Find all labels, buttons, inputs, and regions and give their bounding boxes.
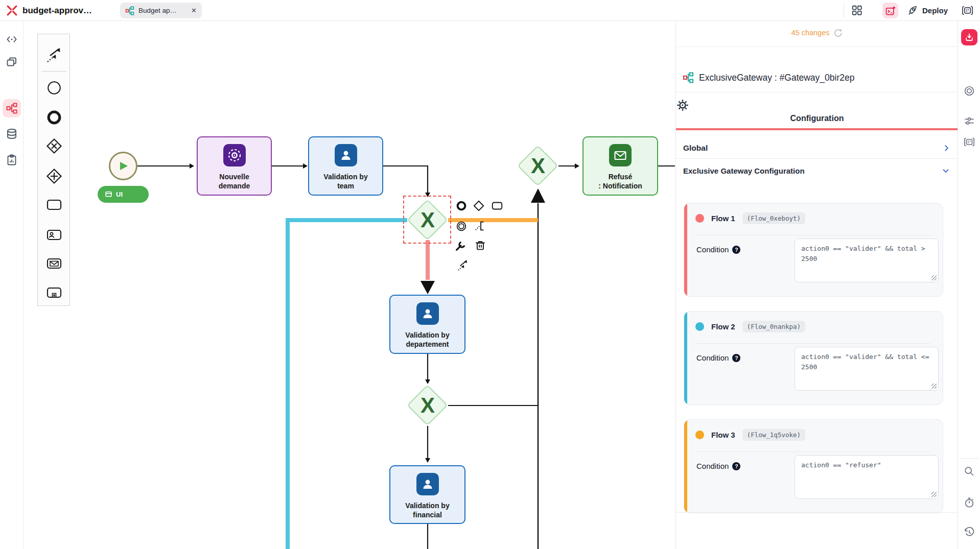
resize-grip[interactable] (931, 275, 937, 280)
help-icon[interactable]: ? (732, 354, 740, 362)
resize-grip[interactable] (931, 384, 937, 389)
reports-clipboard-button[interactable] (3, 151, 21, 169)
task-validation-team[interactable]: Validation byteam (308, 136, 383, 196)
history-icon[interactable] (964, 527, 975, 538)
palette-exclusive-gateway[interactable] (45, 137, 63, 155)
arrowhead-big-down (421, 281, 435, 294)
service-gear-icon (223, 144, 246, 166)
section-gateway-configuration[interactable]: Exclusive Gateway Configuration (676, 159, 958, 182)
tab-close-icon[interactable]: ✕ (191, 7, 197, 14)
task-label: Refusé: Notification (584, 172, 657, 190)
condition-label: Condition ? (696, 353, 740, 362)
append-gateway-icon[interactable] (471, 198, 486, 213)
top-bar: budget-approv… Budget ap… ✕ Deploy (0, 0, 980, 21)
palette-subprocess[interactable] (45, 283, 63, 302)
flow-2-condition-input[interactable]: action0 == "valider" && total <= 2500 (795, 347, 939, 391)
download-icon (964, 32, 974, 42)
help-icon[interactable]: ? (732, 246, 740, 254)
flow-3-condition-input[interactable]: action0 == "refuser" (795, 455, 939, 499)
search-icon[interactable] (964, 466, 975, 477)
task-nouvelle-demande[interactable]: Nouvelledemande (197, 136, 272, 196)
refresh-icon[interactable] (833, 28, 843, 37)
mail-icon (609, 144, 632, 166)
append-task-icon[interactable] (489, 198, 505, 213)
card-divider (696, 343, 930, 344)
task-label: Validation bydepartement (390, 330, 464, 349)
task-refuse-notification[interactable]: Refusé: Notification (582, 136, 658, 196)
play-icon (117, 160, 129, 172)
selection-rectangle (403, 196, 451, 244)
wrench-icon[interactable] (453, 238, 469, 253)
palette-task[interactable] (45, 196, 63, 214)
flow-2-accent (684, 312, 687, 404)
bpmn-palette (37, 34, 70, 306)
task-label: Validation byfinancial (390, 501, 464, 519)
database-button[interactable] (3, 125, 21, 143)
palette-connect-tool[interactable] (45, 45, 63, 64)
gateway-2-marker: X (407, 385, 448, 426)
resize-grip[interactable] (931, 492, 937, 497)
rail-divider (960, 458, 978, 459)
console-brackets-icon[interactable] (962, 5, 973, 16)
palette-parallel-gateway[interactable] (45, 167, 63, 185)
condition-label: Condition ? (696, 245, 740, 254)
topbar-divider (844, 4, 844, 17)
palette-user-task[interactable] (45, 226, 63, 244)
panel-divider (676, 92, 958, 92)
watch-icon[interactable] (964, 85, 975, 97)
right-rail (958, 21, 980, 549)
flow-1-condition-input[interactable]: action0 == "valider" && total > 2500 (795, 238, 939, 282)
tab-label: Budget ap… (138, 7, 187, 14)
console-brackets-icon[interactable] (964, 136, 975, 148)
ui-badge-label: UI (116, 190, 123, 198)
tab-budget-app[interactable]: Budget ap… ✕ (120, 3, 202, 18)
append-end-event-icon[interactable] (454, 198, 469, 213)
append-intermediate-event-icon[interactable] (454, 219, 469, 234)
element-title-row: ExclusiveGateway : #Gateway_0bir2ep (683, 72, 854, 83)
connect-tool-icon[interactable] (455, 257, 471, 273)
deploy-label: Deploy (922, 6, 948, 15)
ai-terminal-icon (885, 5, 896, 16)
tab-configuration[interactable]: Configuration (676, 99, 958, 123)
dashboard-icon[interactable] (851, 5, 862, 16)
stopwatch-icon[interactable] (964, 497, 975, 508)
palette-mail-task[interactable] (45, 254, 63, 273)
help-icon[interactable]: ? (732, 462, 740, 470)
chevron-right-icon (942, 144, 951, 153)
workflow-icon (683, 72, 694, 83)
rocket-icon (907, 5, 918, 16)
start-event[interactable] (109, 152, 137, 180)
palette-start-event[interactable] (45, 79, 63, 97)
card-divider (696, 235, 930, 235)
text-annotation-icon[interactable] (473, 219, 488, 234)
palette-end-event[interactable] (45, 108, 63, 127)
ui-badge[interactable]: UI (98, 186, 149, 203)
ai-assistant-button[interactable] (882, 3, 898, 18)
task-validation-departement[interactable]: Validation bydepartement (389, 295, 465, 354)
deploy-button[interactable]: Deploy (907, 0, 948, 21)
ui-window-icon (105, 190, 112, 198)
trash-icon[interactable] (473, 238, 488, 253)
user-icon (335, 144, 357, 166)
arrowhead (190, 163, 194, 169)
task-validation-financial[interactable]: Validation byfinancial (389, 465, 465, 524)
workflow-editor-button[interactable] (3, 99, 21, 117)
active-tab-underline (676, 128, 958, 130)
arrowhead (575, 163, 579, 169)
flow-3-accent (684, 420, 687, 513)
configuration-tab-label: Configuration (676, 114, 958, 123)
card-divider (696, 451, 930, 452)
workflow-icon (125, 6, 134, 15)
code-view-button[interactable] (3, 30, 21, 49)
user-icon (416, 302, 439, 325)
changes-count: 45 changes (791, 29, 830, 37)
flow-2-color-dot (695, 322, 704, 331)
pages-button[interactable] (3, 53, 21, 71)
save-button[interactable] (961, 29, 977, 45)
arrowhead (425, 458, 430, 463)
sliders-icon[interactable] (964, 115, 975, 127)
section-global[interactable]: Global (676, 137, 958, 159)
gateway-3-marker: X (518, 146, 558, 186)
changes-row: 45 changes (676, 28, 958, 37)
element-title: ExclusiveGateway : #Gateway_0bir2ep (699, 73, 854, 83)
